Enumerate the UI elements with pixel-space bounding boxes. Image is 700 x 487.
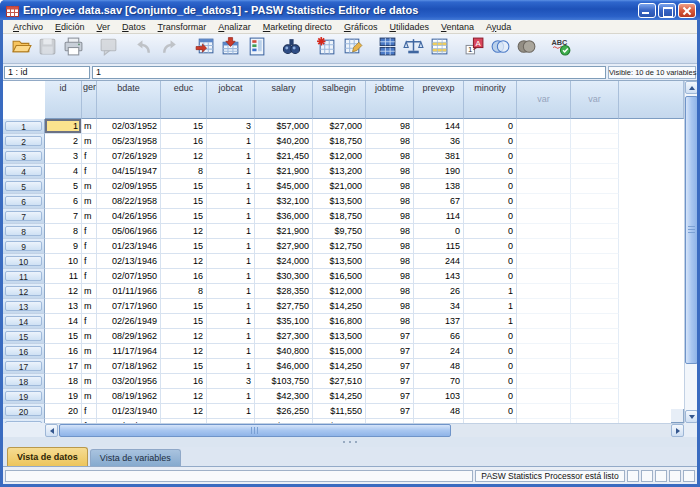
select-cases-button[interactable]	[426, 36, 452, 62]
grid-cell[interactable]: 103	[414, 389, 464, 404]
grid-cell[interactable]	[571, 299, 619, 314]
column-header-jobtime[interactable]: jobtime	[366, 81, 414, 119]
grid-cell[interactable]: 11	[45, 269, 82, 284]
grid-cell[interactable]: 0	[464, 179, 517, 194]
grid-cell[interactable]: $36,000	[255, 209, 313, 224]
grid-cell[interactable]: 16	[161, 374, 207, 389]
grid-cell[interactable]: $9,750	[313, 224, 366, 239]
grid-cell[interactable]: 16	[161, 134, 207, 149]
grid-cell[interactable]	[517, 314, 571, 329]
grid-cell[interactable]: m	[82, 119, 97, 134]
grid-cell[interactable]: $12,000	[313, 149, 366, 164]
grid-cell[interactable]: 3	[207, 119, 255, 134]
grid-cell[interactable]: 15	[161, 299, 207, 314]
menu-analizar[interactable]: Analizar	[212, 20, 257, 34]
column-header-id[interactable]: id	[45, 81, 82, 119]
grid-cell[interactable]: 138	[414, 179, 464, 194]
grid-cell[interactable]: 1	[207, 344, 255, 359]
grid-cell[interactable]: 97	[366, 389, 414, 404]
grid-cell[interactable]: 15	[161, 239, 207, 254]
row-number-header[interactable]: 20	[3, 404, 45, 419]
grid-cell[interactable]: 1	[464, 299, 517, 314]
grid-cell[interactable]: f	[82, 314, 97, 329]
grid-cell[interactable]: 0	[464, 344, 517, 359]
grid-cell[interactable]: 1	[207, 254, 255, 269]
grid-cell[interactable]: 381	[414, 149, 464, 164]
grid-cell[interactable]: 36	[414, 134, 464, 149]
grid-cell[interactable]: 98	[366, 164, 414, 179]
variables-button[interactable]	[243, 36, 269, 62]
grid-cell[interactable]	[517, 119, 571, 134]
grid-cell[interactable]: 02/09/1955	[97, 179, 161, 194]
grid-cell[interactable]: $40,800	[255, 344, 313, 359]
column-header-gender[interactable]: gender	[82, 81, 97, 119]
grid-cell[interactable]: $42,300	[255, 389, 313, 404]
grid-cell[interactable]: 1	[207, 134, 255, 149]
grid-cell[interactable]: $21,000	[313, 179, 366, 194]
grid-cell[interactable]: 20	[45, 404, 82, 419]
row-number-header[interactable]: 19	[3, 389, 45, 404]
grid-cell[interactable]: 1	[207, 194, 255, 209]
grid-cell[interactable]: f	[82, 254, 97, 269]
grid-cell[interactable]: 18	[45, 374, 82, 389]
row-number-header[interactable]: 14	[3, 314, 45, 329]
grid-cell[interactable]: 12	[161, 404, 207, 419]
grid-cell[interactable]: 98	[366, 299, 414, 314]
grid-cell[interactable]: f	[82, 164, 97, 179]
column-header-var1[interactable]: var	[517, 81, 571, 119]
grid-cell[interactable]: f	[82, 239, 97, 254]
grid-cell[interactable]: $15,000	[313, 344, 366, 359]
insert-variable-button[interactable]	[339, 36, 365, 62]
selected-cell[interactable]: 1	[45, 119, 82, 134]
grid-cell[interactable]: 98	[366, 239, 414, 254]
grid-cell[interactable]: 12	[161, 254, 207, 269]
grid-cell[interactable]: 05/23/1958	[97, 134, 161, 149]
grid-cell[interactable]	[517, 359, 571, 374]
grid-cell[interactable]: $18,750	[313, 209, 366, 224]
row-number-header[interactable]: 6	[3, 194, 45, 209]
grid-cell[interactable]: $46,000	[255, 359, 313, 374]
grid-cell[interactable]: 1	[207, 404, 255, 419]
grid-cell[interactable]: 16	[161, 269, 207, 284]
grid-cell[interactable]: 0	[464, 119, 517, 134]
grid-cell[interactable]: $57,000	[255, 119, 313, 134]
grid-cell[interactable]	[517, 254, 571, 269]
minimize-button[interactable]	[638, 3, 656, 18]
grid-cell[interactable]	[517, 329, 571, 344]
grid-cell[interactable]: 0	[464, 134, 517, 149]
grid-cell[interactable]: 6	[45, 194, 82, 209]
grid-cell[interactable]	[517, 224, 571, 239]
grid-cell[interactable]	[517, 149, 571, 164]
spell-check-button[interactable]: ABC	[548, 36, 574, 62]
grid-cell[interactable]: $24,000	[255, 254, 313, 269]
row-number-header[interactable]: 15	[3, 329, 45, 344]
grid-cell[interactable]: m	[82, 299, 97, 314]
grid-cell[interactable]: 144	[414, 119, 464, 134]
row-number-header[interactable]: 10	[3, 254, 45, 269]
grid-cell[interactable]: 26	[414, 284, 464, 299]
grid-cell[interactable]: 0	[464, 239, 517, 254]
menu-ventana[interactable]: Ventana	[435, 20, 480, 34]
column-header-educ[interactable]: educ	[161, 81, 207, 119]
grid-cell[interactable]: $27,000	[313, 119, 366, 134]
grid-cell[interactable]: 07/18/1962	[97, 359, 161, 374]
grid-cell[interactable]: 98	[366, 284, 414, 299]
row-number-header[interactable]: 13	[3, 299, 45, 314]
grid-cell[interactable]: 07/17/1960	[97, 299, 161, 314]
grid-cell[interactable]: 0	[464, 194, 517, 209]
grid-cell[interactable]: $16,800	[313, 314, 366, 329]
grid-cell[interactable]: 1	[207, 299, 255, 314]
grid-cell[interactable]	[571, 359, 619, 374]
grid-cell[interactable]: 98	[366, 134, 414, 149]
grid-cell[interactable]: $28,350	[255, 284, 313, 299]
grid-cell[interactable]	[571, 194, 619, 209]
grid-cell[interactable]: m	[82, 389, 97, 404]
grid-cell[interactable]	[517, 239, 571, 254]
grid-cell[interactable]: 98	[366, 269, 414, 284]
grid-cell[interactable]: 0	[464, 164, 517, 179]
maximize-button[interactable]	[658, 3, 676, 18]
grid-cell[interactable]: 97	[366, 329, 414, 344]
cell-editor-field[interactable]: 1	[92, 66, 606, 79]
grid-cell[interactable]: 12	[161, 224, 207, 239]
grid-cell[interactable]: 17	[45, 359, 82, 374]
